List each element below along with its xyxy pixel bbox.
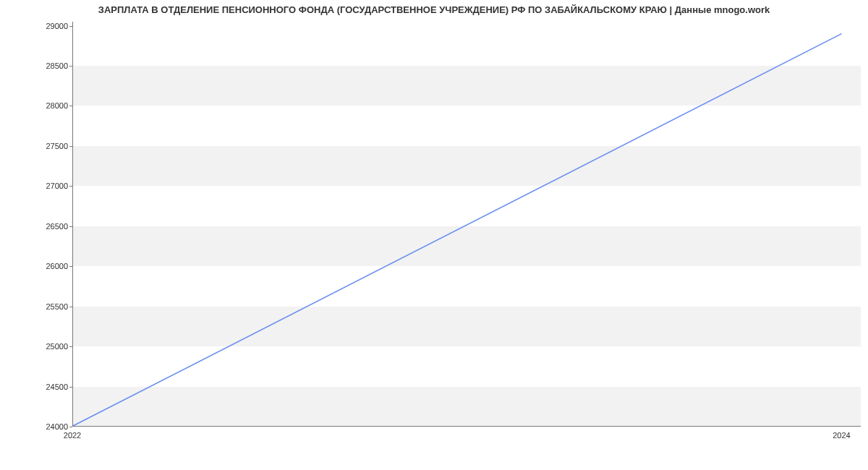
- series-line: [73, 34, 841, 426]
- y-tick-label: 24000: [10, 422, 68, 431]
- y-tick-mark: [69, 427, 72, 427]
- y-tick-mark: [69, 307, 72, 307]
- y-tick-label: 26500: [10, 222, 68, 231]
- y-tick-label: 28000: [10, 101, 68, 110]
- y-tick-mark: [69, 146, 72, 147]
- y-tick-mark: [69, 266, 72, 267]
- y-tick-mark: [69, 106, 72, 106]
- y-tick-mark: [69, 346, 72, 347]
- plot-area: [72, 22, 861, 427]
- y-tick-label: 24500: [10, 383, 68, 391]
- chart-container: ЗАРПЛАТА В ОТДЕЛЕНИЕ ПЕНСИОННОГО ФОНДА (…: [0, 0, 868, 470]
- y-tick-label: 25500: [10, 302, 68, 311]
- y-tick-label: 26000: [10, 262, 68, 270]
- y-tick-label: 27000: [10, 181, 68, 190]
- y-tick-mark: [69, 66, 72, 67]
- line-series: [73, 22, 861, 426]
- x-tick-label: 2022: [64, 431, 81, 440]
- y-tick-label: 28500: [10, 61, 68, 70]
- x-tick-label: 2024: [833, 431, 850, 440]
- y-tick-label: 27500: [10, 142, 68, 150]
- chart-title: ЗАРПЛАТА В ОТДЕЛЕНИЕ ПЕНСИОННОГО ФОНДА (…: [0, 4, 868, 15]
- y-tick-label: 25000: [10, 342, 68, 351]
- y-tick-label: 29000: [10, 22, 68, 30]
- y-tick-mark: [69, 26, 72, 27]
- y-tick-mark: [69, 186, 72, 187]
- y-tick-mark: [69, 226, 72, 227]
- y-tick-mark: [69, 387, 72, 388]
